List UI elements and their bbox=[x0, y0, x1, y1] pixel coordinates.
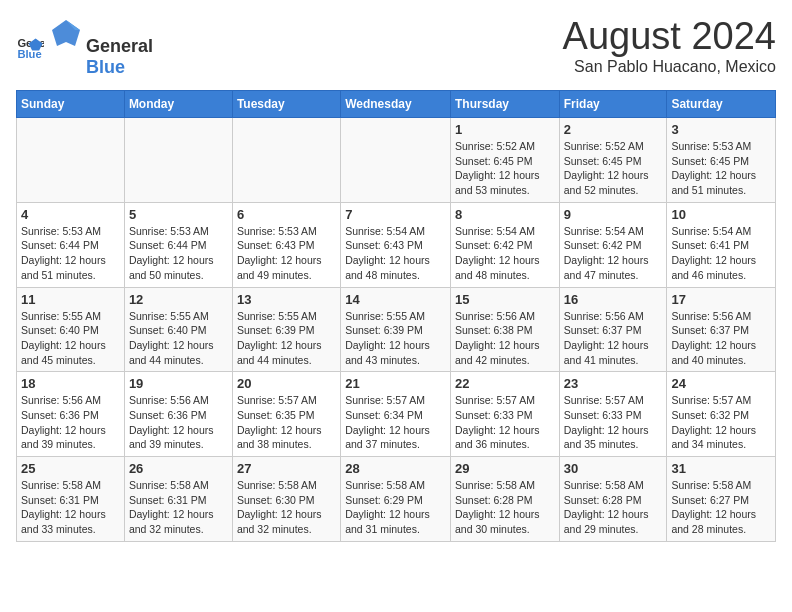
calendar-day-9: 9Sunrise: 5:54 AM Sunset: 6:42 PM Daylig… bbox=[559, 202, 667, 287]
day-number: 11 bbox=[21, 292, 120, 307]
day-info: Sunrise: 5:55 AM Sunset: 6:39 PM Dayligh… bbox=[237, 309, 336, 368]
calendar-day-22: 22Sunrise: 5:57 AM Sunset: 6:33 PM Dayli… bbox=[450, 372, 559, 457]
calendar-day-5: 5Sunrise: 5:53 AM Sunset: 6:44 PM Daylig… bbox=[124, 202, 232, 287]
calendar-empty-cell bbox=[232, 118, 340, 203]
day-number: 24 bbox=[671, 376, 771, 391]
calendar-day-19: 19Sunrise: 5:56 AM Sunset: 6:36 PM Dayli… bbox=[124, 372, 232, 457]
page-header: General Blue General Blue August 2024 Sa… bbox=[16, 16, 776, 78]
day-info: Sunrise: 5:57 AM Sunset: 6:33 PM Dayligh… bbox=[564, 393, 663, 452]
column-header-saturday: Saturday bbox=[667, 91, 776, 118]
calendar-day-23: 23Sunrise: 5:57 AM Sunset: 6:33 PM Dayli… bbox=[559, 372, 667, 457]
day-number: 5 bbox=[129, 207, 228, 222]
column-header-thursday: Thursday bbox=[450, 91, 559, 118]
calendar-day-12: 12Sunrise: 5:55 AM Sunset: 6:40 PM Dayli… bbox=[124, 287, 232, 372]
calendar-day-29: 29Sunrise: 5:58 AM Sunset: 6:28 PM Dayli… bbox=[450, 457, 559, 542]
day-info: Sunrise: 5:54 AM Sunset: 6:43 PM Dayligh… bbox=[345, 224, 446, 283]
calendar-day-13: 13Sunrise: 5:55 AM Sunset: 6:39 PM Dayli… bbox=[232, 287, 340, 372]
day-info: Sunrise: 5:58 AM Sunset: 6:30 PM Dayligh… bbox=[237, 478, 336, 537]
day-info: Sunrise: 5:57 AM Sunset: 6:34 PM Dayligh… bbox=[345, 393, 446, 452]
calendar-day-2: 2Sunrise: 5:52 AM Sunset: 6:45 PM Daylig… bbox=[559, 118, 667, 203]
day-info: Sunrise: 5:57 AM Sunset: 6:33 PM Dayligh… bbox=[455, 393, 555, 452]
calendar-subtitle: San Pablo Huacano, Mexico bbox=[563, 58, 776, 76]
logo-bird-icon bbox=[48, 16, 84, 52]
day-info: Sunrise: 5:56 AM Sunset: 6:36 PM Dayligh… bbox=[129, 393, 228, 452]
day-number: 15 bbox=[455, 292, 555, 307]
day-info: Sunrise: 5:53 AM Sunset: 6:44 PM Dayligh… bbox=[21, 224, 120, 283]
logo-text-general: General bbox=[86, 36, 153, 56]
calendar-day-1: 1Sunrise: 5:52 AM Sunset: 6:45 PM Daylig… bbox=[450, 118, 559, 203]
day-info: Sunrise: 5:57 AM Sunset: 6:35 PM Dayligh… bbox=[237, 393, 336, 452]
column-header-friday: Friday bbox=[559, 91, 667, 118]
day-number: 30 bbox=[564, 461, 663, 476]
day-number: 27 bbox=[237, 461, 336, 476]
calendar-day-28: 28Sunrise: 5:58 AM Sunset: 6:29 PM Dayli… bbox=[341, 457, 451, 542]
calendar-day-20: 20Sunrise: 5:57 AM Sunset: 6:35 PM Dayli… bbox=[232, 372, 340, 457]
calendar-day-17: 17Sunrise: 5:56 AM Sunset: 6:37 PM Dayli… bbox=[667, 287, 776, 372]
column-header-wednesday: Wednesday bbox=[341, 91, 451, 118]
calendar-day-18: 18Sunrise: 5:56 AM Sunset: 6:36 PM Dayli… bbox=[17, 372, 125, 457]
calendar-day-7: 7Sunrise: 5:54 AM Sunset: 6:43 PM Daylig… bbox=[341, 202, 451, 287]
calendar-day-26: 26Sunrise: 5:58 AM Sunset: 6:31 PM Dayli… bbox=[124, 457, 232, 542]
calendar-title-block: August 2024 San Pablo Huacano, Mexico bbox=[563, 16, 776, 76]
day-number: 29 bbox=[455, 461, 555, 476]
calendar-day-24: 24Sunrise: 5:57 AM Sunset: 6:32 PM Dayli… bbox=[667, 372, 776, 457]
day-info: Sunrise: 5:55 AM Sunset: 6:40 PM Dayligh… bbox=[129, 309, 228, 368]
calendar-week-row: 1Sunrise: 5:52 AM Sunset: 6:45 PM Daylig… bbox=[17, 118, 776, 203]
calendar-week-row: 4Sunrise: 5:53 AM Sunset: 6:44 PM Daylig… bbox=[17, 202, 776, 287]
day-number: 26 bbox=[129, 461, 228, 476]
day-number: 28 bbox=[345, 461, 446, 476]
day-number: 8 bbox=[455, 207, 555, 222]
day-number: 3 bbox=[671, 122, 771, 137]
day-info: Sunrise: 5:53 AM Sunset: 6:43 PM Dayligh… bbox=[237, 224, 336, 283]
day-number: 25 bbox=[21, 461, 120, 476]
day-info: Sunrise: 5:56 AM Sunset: 6:38 PM Dayligh… bbox=[455, 309, 555, 368]
column-header-tuesday: Tuesday bbox=[232, 91, 340, 118]
day-info: Sunrise: 5:58 AM Sunset: 6:29 PM Dayligh… bbox=[345, 478, 446, 537]
day-number: 6 bbox=[237, 207, 336, 222]
day-number: 1 bbox=[455, 122, 555, 137]
logo: General Blue General Blue bbox=[16, 16, 153, 78]
day-info: Sunrise: 5:58 AM Sunset: 6:28 PM Dayligh… bbox=[564, 478, 663, 537]
calendar-empty-cell bbox=[124, 118, 232, 203]
logo-icon: General Blue bbox=[16, 33, 44, 61]
day-number: 21 bbox=[345, 376, 446, 391]
day-number: 19 bbox=[129, 376, 228, 391]
day-info: Sunrise: 5:54 AM Sunset: 6:42 PM Dayligh… bbox=[564, 224, 663, 283]
day-number: 2 bbox=[564, 122, 663, 137]
day-info: Sunrise: 5:53 AM Sunset: 6:45 PM Dayligh… bbox=[671, 139, 771, 198]
day-info: Sunrise: 5:58 AM Sunset: 6:27 PM Dayligh… bbox=[671, 478, 771, 537]
calendar-title: August 2024 bbox=[563, 16, 776, 58]
day-info: Sunrise: 5:55 AM Sunset: 6:40 PM Dayligh… bbox=[21, 309, 120, 368]
column-header-monday: Monday bbox=[124, 91, 232, 118]
calendar-day-11: 11Sunrise: 5:55 AM Sunset: 6:40 PM Dayli… bbox=[17, 287, 125, 372]
day-number: 17 bbox=[671, 292, 771, 307]
calendar-day-25: 25Sunrise: 5:58 AM Sunset: 6:31 PM Dayli… bbox=[17, 457, 125, 542]
calendar-day-10: 10Sunrise: 5:54 AM Sunset: 6:41 PM Dayli… bbox=[667, 202, 776, 287]
day-number: 14 bbox=[345, 292, 446, 307]
day-info: Sunrise: 5:54 AM Sunset: 6:41 PM Dayligh… bbox=[671, 224, 771, 283]
day-number: 12 bbox=[129, 292, 228, 307]
calendar-day-15: 15Sunrise: 5:56 AM Sunset: 6:38 PM Dayli… bbox=[450, 287, 559, 372]
calendar-week-row: 18Sunrise: 5:56 AM Sunset: 6:36 PM Dayli… bbox=[17, 372, 776, 457]
day-number: 10 bbox=[671, 207, 771, 222]
day-info: Sunrise: 5:53 AM Sunset: 6:44 PM Dayligh… bbox=[129, 224, 228, 283]
calendar-table: SundayMondayTuesdayWednesdayThursdayFrid… bbox=[16, 90, 776, 542]
day-info: Sunrise: 5:58 AM Sunset: 6:31 PM Dayligh… bbox=[129, 478, 228, 537]
calendar-day-4: 4Sunrise: 5:53 AM Sunset: 6:44 PM Daylig… bbox=[17, 202, 125, 287]
calendar-day-21: 21Sunrise: 5:57 AM Sunset: 6:34 PM Dayli… bbox=[341, 372, 451, 457]
column-header-sunday: Sunday bbox=[17, 91, 125, 118]
day-info: Sunrise: 5:56 AM Sunset: 6:37 PM Dayligh… bbox=[564, 309, 663, 368]
day-number: 23 bbox=[564, 376, 663, 391]
day-number: 13 bbox=[237, 292, 336, 307]
day-info: Sunrise: 5:58 AM Sunset: 6:28 PM Dayligh… bbox=[455, 478, 555, 537]
calendar-week-row: 11Sunrise: 5:55 AM Sunset: 6:40 PM Dayli… bbox=[17, 287, 776, 372]
day-info: Sunrise: 5:56 AM Sunset: 6:36 PM Dayligh… bbox=[21, 393, 120, 452]
calendar-day-8: 8Sunrise: 5:54 AM Sunset: 6:42 PM Daylig… bbox=[450, 202, 559, 287]
calendar-empty-cell bbox=[17, 118, 125, 203]
day-number: 16 bbox=[564, 292, 663, 307]
calendar-day-14: 14Sunrise: 5:55 AM Sunset: 6:39 PM Dayli… bbox=[341, 287, 451, 372]
calendar-day-30: 30Sunrise: 5:58 AM Sunset: 6:28 PM Dayli… bbox=[559, 457, 667, 542]
logo-text-blue: Blue bbox=[86, 57, 125, 77]
svg-text:Blue: Blue bbox=[17, 48, 41, 60]
day-info: Sunrise: 5:58 AM Sunset: 6:31 PM Dayligh… bbox=[21, 478, 120, 537]
